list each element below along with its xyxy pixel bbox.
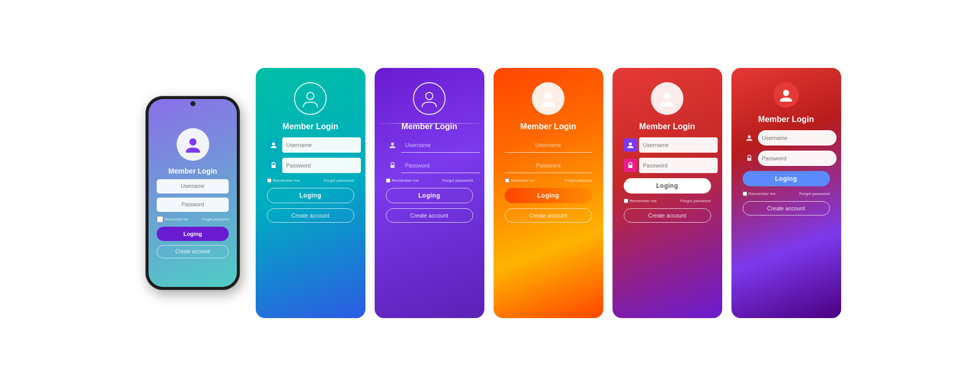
login-button[interactable]: Loging [267, 188, 354, 203]
remember-row: Remember me Forgot password [743, 191, 830, 196]
remember-checkbox[interactable] [743, 191, 747, 196]
remember-label: Remember me [392, 178, 419, 183]
avatar [773, 82, 799, 108]
svg-point-4 [426, 92, 433, 100]
create-account-button[interactable]: Create account [157, 245, 229, 258]
page-title: Member Login [758, 115, 814, 124]
svg-point-9 [629, 142, 632, 146]
username-row [267, 137, 354, 153]
create-account-button[interactable]: Create account [505, 208, 592, 223]
remember-checkbox[interactable] [505, 178, 509, 183]
login-button[interactable]: Loging [624, 178, 711, 194]
divider-line [375, 123, 484, 124]
password-row [267, 158, 354, 173]
login-button[interactable]: Loging [386, 188, 473, 203]
remember-label: Remember me [511, 179, 534, 182]
svg-rect-10 [628, 165, 632, 168]
username-row [505, 137, 592, 153]
lock-icon [386, 159, 399, 172]
remember-label: Remember me [273, 178, 300, 183]
svg-point-7 [545, 92, 552, 100]
phone-device: Member Login Remember me Forgot password… [145, 96, 240, 290]
avatar [651, 82, 683, 115]
username-input[interactable] [758, 130, 837, 146]
remember-checkbox[interactable] [624, 199, 628, 203]
forgot-password-link[interactable]: Forgot password [202, 218, 229, 221]
forgot-password-link[interactable]: Forgot password [443, 178, 473, 183]
lock-icon [743, 152, 756, 165]
svg-point-8 [664, 92, 671, 100]
phone-mockup: Member Login Remember me Forgot password… [139, 96, 247, 290]
remember-label: Remember me [164, 218, 188, 221]
login-button[interactable]: Loging [743, 171, 830, 186]
username-row [624, 137, 711, 153]
remember-label: Remember me [749, 191, 776, 196]
remember-checkbox[interactable] [267, 178, 272, 183]
password-input[interactable] [639, 158, 718, 173]
login-card-3: Member Login Remember me Forgot password… [494, 68, 603, 318]
password-input[interactable] [505, 158, 592, 173]
forgot-password-link[interactable]: Forgot password [799, 191, 830, 196]
svg-point-1 [307, 92, 314, 100]
username-input[interactable] [401, 137, 480, 153]
remember-row: Remember me Forgot password [624, 199, 711, 203]
lock-icon [267, 159, 280, 172]
password-row [386, 158, 473, 173]
remember-row: Remember me Forgot password [157, 216, 229, 223]
page-title: Member Login [282, 122, 338, 131]
password-row [624, 158, 711, 173]
user-icon [267, 138, 280, 152]
create-account-button[interactable]: Create account [743, 201, 830, 215]
page-title: Member Login [639, 122, 695, 131]
login-button[interactable]: Loging [157, 227, 229, 241]
password-input[interactable] [401, 158, 480, 173]
username-input[interactable] [639, 137, 718, 153]
page-title: Member Login [520, 122, 576, 131]
forgot-password-link[interactable]: Forgot password [680, 199, 711, 203]
avatar [294, 82, 327, 115]
login-card-1: Member Login Remember me Forgot password… [256, 68, 365, 318]
remember-label: Remember me [630, 199, 657, 203]
forgot-password-link[interactable]: Forgot password [324, 178, 354, 183]
create-account-button[interactable]: Create account [624, 208, 711, 223]
password-row [505, 158, 592, 173]
svg-rect-3 [272, 165, 276, 168]
password-input[interactable] [157, 198, 229, 212]
svg-point-2 [272, 142, 275, 146]
remember-row: Remember me Forgot password [386, 178, 473, 183]
create-account-button[interactable]: Create account [267, 208, 354, 223]
password-row [743, 151, 830, 166]
avatar [532, 82, 565, 115]
svg-rect-6 [390, 165, 395, 168]
remember-checkbox[interactable] [386, 178, 390, 183]
page-title: Member Login [168, 167, 217, 175]
username-row [386, 137, 473, 153]
remember-row: Remember me Forgot password [267, 178, 354, 183]
avatar [413, 82, 446, 115]
username-input[interactable] [157, 179, 229, 194]
user-icon [743, 131, 756, 144]
username-row [743, 130, 830, 146]
svg-point-0 [189, 138, 197, 146]
username-input[interactable] [282, 137, 361, 153]
user-icon [386, 138, 399, 152]
remember-row: Remember me Forgot password [505, 178, 592, 183]
svg-point-12 [748, 135, 751, 138]
user-icon [624, 138, 637, 152]
password-input[interactable] [758, 151, 837, 166]
avatar [177, 128, 209, 161]
password-input[interactable] [282, 158, 361, 173]
remember-checkbox[interactable] [157, 216, 163, 223]
phone-screen: Member Login Remember me Forgot password… [149, 99, 237, 287]
create-account-button[interactable]: Create account [386, 208, 473, 223]
login-card-5: Member Login Loging Remember me Forgot p… [731, 68, 841, 318]
forgot-password-link[interactable]: Forgot password [565, 179, 592, 182]
lock-icon [624, 159, 637, 172]
login-button[interactable]: Loging [505, 188, 592, 203]
svg-point-11 [783, 90, 789, 96]
svg-rect-13 [747, 158, 751, 161]
username-input[interactable] [505, 137, 592, 153]
svg-point-5 [391, 142, 394, 146]
login-card-4: Member Login Loging Remember me Forgot p… [612, 68, 722, 318]
login-card-2: Member Login Remember me Forgot password… [375, 68, 484, 318]
